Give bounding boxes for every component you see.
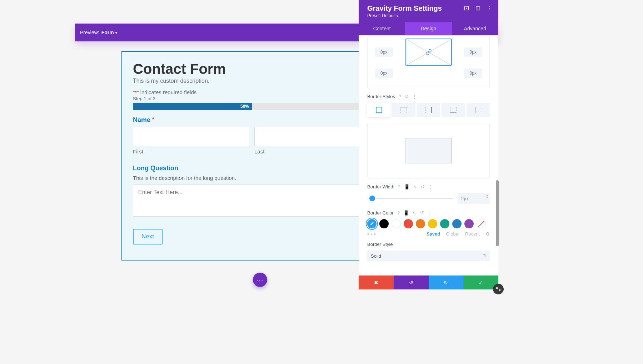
svg-point-1	[466, 8, 467, 9]
color-red[interactable]	[404, 219, 413, 228]
first-name-input[interactable]	[133, 127, 249, 146]
expand-icon[interactable]	[464, 6, 469, 11]
color-swatches	[367, 219, 490, 228]
reset-icon[interactable]: ↺	[421, 184, 425, 189]
border-style-select-row: Solid	[367, 251, 490, 261]
name-row: First Last	[133, 127, 371, 155]
help-icon[interactable]: ?	[399, 94, 401, 99]
border-preview-inner	[405, 138, 452, 163]
help-icon[interactable]: ?	[397, 210, 400, 216]
preview-target-dropdown[interactable]: Form	[101, 30, 117, 35]
margin-box[interactable]	[405, 39, 452, 66]
color-white[interactable]	[392, 219, 401, 228]
settings-panel: Gravity Form Settings Preset: Default ⋮ …	[359, 0, 498, 289]
border-styles-label: Border Styles	[367, 94, 395, 99]
color-tab-saved[interactable]: Saved	[427, 231, 440, 237]
panel-body: 0px 0px 0px 0px Border Styles ? ↺ ⋮	[359, 35, 498, 275]
link-icon	[425, 49, 432, 55]
color-tab-global[interactable]: Global	[446, 231, 459, 237]
long-question-textarea[interactable]	[133, 184, 371, 217]
margin-top-right[interactable]: 0px	[464, 47, 482, 57]
reset-icon[interactable]: ↺	[420, 210, 424, 216]
kebab-icon[interactable]: ⋮	[412, 94, 417, 99]
border-all[interactable]	[367, 103, 390, 117]
name-field-label: Name *	[133, 116, 371, 124]
progress-bar: 50%	[133, 103, 371, 110]
progress-fill: 50%	[133, 103, 252, 110]
color-tabs: ●●● Saved Global Recent ⚙	[367, 231, 490, 237]
next-button[interactable]: Next	[133, 229, 163, 244]
color-yellow[interactable]	[428, 219, 437, 228]
kebab-icon[interactable]: ⋮	[428, 210, 432, 216]
long-question-desc: This is the description for the long que…	[133, 175, 371, 181]
preset-dropdown[interactable]: Preset: Default	[367, 13, 490, 18]
border-left[interactable]	[467, 103, 490, 117]
cursor-icon[interactable]: ↖	[413, 210, 417, 216]
margin-bottom-right[interactable]: 0px	[464, 69, 482, 78]
border-width-slider-row: 2px ▲▼	[367, 193, 490, 204]
help-icon[interactable]: ?	[398, 184, 400, 189]
color-tab-recent[interactable]: Recent	[465, 231, 480, 237]
last-name-sublabel: Last	[254, 148, 371, 155]
step-indicator: Step 1 of 2	[133, 96, 371, 101]
color-blue[interactable]	[452, 219, 462, 228]
panel-header: Gravity Form Settings Preset: Default ⋮	[359, 0, 498, 22]
form-description: This is my custom description.	[133, 78, 371, 84]
border-styles-row: Border Styles ? ↺ ⋮	[367, 94, 490, 99]
color-none[interactable]	[477, 219, 486, 228]
mobile-icon[interactable]: 📱	[403, 210, 409, 216]
last-name-input[interactable]	[254, 127, 371, 146]
color-eyedropper[interactable]	[367, 219, 377, 228]
more-colors-icon[interactable]: ●●●	[367, 232, 377, 236]
panel-tabs: Content Design Advanced	[359, 22, 498, 35]
border-color-label: Border Color	[367, 210, 394, 216]
color-green[interactable]	[440, 219, 449, 228]
long-question-label: Long Question	[133, 165, 371, 172]
slider-thumb[interactable]	[369, 196, 375, 201]
first-name-sublabel: First	[133, 148, 249, 155]
color-purple[interactable]	[464, 219, 474, 228]
border-width-value[interactable]: 2px ▲▼	[458, 193, 490, 204]
mobile-icon[interactable]: 📱	[404, 184, 410, 189]
cancel-button[interactable]: ✖	[359, 275, 394, 289]
color-orange[interactable]	[416, 219, 425, 228]
border-color-row: Border Color ? 📱 ↖ ↺ ⋮	[367, 210, 490, 216]
border-style-select[interactable]: Solid	[367, 251, 490, 261]
panel-scrollbar[interactable]	[496, 180, 499, 246]
expand-arrows-icon	[496, 287, 501, 292]
border-width-label: Border Width	[367, 184, 394, 189]
margin-preview: 0px 0px 0px 0px	[367, 35, 490, 88]
tab-advanced[interactable]: Advanced	[452, 22, 498, 35]
color-black[interactable]	[379, 219, 389, 228]
columns-icon[interactable]	[475, 6, 480, 11]
kebab-icon[interactable]: ⋮	[428, 184, 433, 189]
margin-bottom-left[interactable]: 0px	[375, 69, 393, 78]
required-asterisk: *	[152, 116, 154, 122]
border-bottom[interactable]	[442, 103, 465, 117]
border-width-row: Border Width ? 📱 ↖ ↺ ⋮	[367, 184, 490, 189]
border-right[interactable]	[417, 103, 440, 117]
kebab-menu-icon[interactable]: ⋮	[487, 6, 492, 11]
more-options-fab[interactable]: ⋯	[253, 273, 267, 287]
border-width-slider[interactable]	[367, 198, 453, 199]
undo-button[interactable]: ↺	[394, 275, 429, 289]
border-style-row: Border Style	[367, 242, 490, 247]
cursor-icon[interactable]: ↖	[413, 184, 417, 189]
redo-button[interactable]: ↻	[429, 275, 464, 289]
tab-design[interactable]: Design	[405, 22, 452, 35]
panel-footer: ✖ ↺ ↻ ✓	[359, 275, 498, 289]
border-styles-options	[367, 103, 490, 117]
margin-top-left[interactable]: 0px	[375, 47, 393, 57]
tab-content[interactable]: Content	[359, 22, 405, 35]
preview-label: Preview:	[80, 30, 99, 35]
border-style-label: Border Style	[367, 242, 393, 247]
gear-icon[interactable]: ⚙	[485, 231, 490, 237]
reset-icon[interactable]: ↺	[405, 94, 409, 99]
form-title: Contact Form	[133, 61, 371, 77]
border-preview	[367, 123, 490, 178]
form-preview: Contact Form This is my custom descripti…	[121, 51, 382, 261]
required-fields-note: "*" indicates required fields	[133, 89, 371, 95]
border-top[interactable]	[392, 103, 415, 117]
stepper[interactable]: ▲▼	[486, 194, 488, 199]
help-fab[interactable]	[493, 284, 504, 294]
